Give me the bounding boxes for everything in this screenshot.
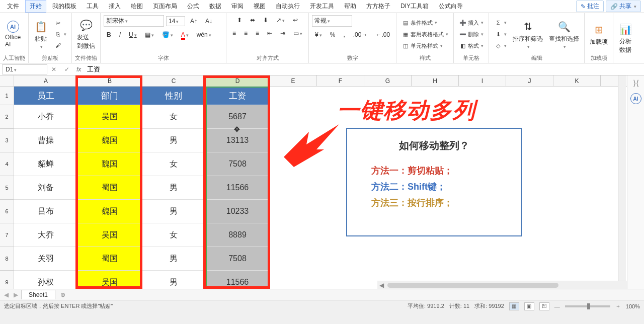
pinyin-button[interactable]: wén [194, 30, 214, 40]
menu-view[interactable]: 视图 [250, 1, 270, 12]
menu-home[interactable]: 开始 [25, 0, 46, 13]
cell-a4[interactable]: 貂蝉 [14, 152, 78, 176]
cell-c9[interactable]: 男 [142, 271, 206, 289]
analyze-data-button[interactable]: 📊 分析 数据 [616, 21, 634, 55]
formula-input[interactable] [84, 64, 644, 74]
collapse-icon[interactable]: ⟩⟨ [633, 78, 639, 88]
cell-b4[interactable]: 魏国 [78, 152, 142, 176]
row-header-3[interactable]: 3 [0, 129, 14, 152]
row-header-6[interactable]: 6 [0, 200, 14, 223]
select-all-corner[interactable] [0, 75, 14, 87]
cell-a7[interactable]: 大乔 [14, 223, 78, 247]
cell-c2[interactable]: 女 [142, 105, 206, 129]
cell-d8[interactable]: 7508 [206, 247, 270, 271]
col-header-j[interactable]: J [506, 75, 553, 87]
paste-button[interactable]: 📋 粘贴 [32, 19, 50, 50]
autosum-button[interactable]: Σ [492, 18, 509, 28]
delete-cells-button[interactable]: ➖删除 [457, 29, 486, 39]
scroll-thumb[interactable] [387, 283, 558, 288]
col-header-f[interactable]: F [317, 75, 364, 87]
cell-c3[interactable]: 男 [142, 129, 206, 152]
view-layout-button[interactable]: ▣ [524, 302, 534, 310]
office-ai-button[interactable]: AI Office AI [3, 20, 23, 49]
col-header-c[interactable]: C [142, 75, 206, 87]
cell-d6[interactable]: 10233 [206, 200, 270, 223]
sort-filter-button[interactable]: ⇅ 排序和筛选 [511, 19, 545, 50]
cut-button[interactable]: ✂ [52, 18, 68, 28]
menu-data[interactable]: 数据 [205, 1, 225, 12]
name-box[interactable]: D1 [2, 64, 47, 74]
menu-formula-guide[interactable]: 公式向导 [435, 1, 467, 12]
orientation-button[interactable]: ↗ [273, 15, 288, 25]
menu-ffgz[interactable]: 方方格子 [362, 1, 394, 12]
indent-dec-button[interactable]: ⇤ [264, 28, 275, 38]
align-center-button[interactable]: ≡ [241, 28, 251, 38]
ai-side-icon[interactable]: AI [630, 93, 641, 104]
sheet-nav-prev[interactable]: ◀ [2, 291, 11, 298]
merge-button[interactable]: ▭ [290, 28, 305, 38]
cell-b2[interactable]: 吴国 [78, 105, 142, 129]
table-format-button[interactable]: ▦套用表格格式 [399, 29, 450, 39]
row-header-9[interactable]: 9 [0, 271, 14, 289]
col-header-d[interactable]: D [206, 75, 270, 87]
wrap-text-button[interactable]: ↩ [290, 15, 301, 25]
menu-layout[interactable]: 页面布局 [149, 1, 181, 12]
col-header-e[interactable]: E [270, 75, 317, 87]
cell-d3[interactable]: 13113 [206, 129, 270, 152]
annotate-button[interactable]: ✎批注 [576, 1, 604, 12]
cell-a2[interactable]: 小乔 [14, 105, 78, 129]
add-sheet-button[interactable]: ⊕ [56, 291, 69, 298]
share-button[interactable]: 🔗共享 [606, 1, 641, 12]
font-size-select[interactable]: 14 [166, 16, 185, 26]
cell-d1[interactable]: 工资 [206, 87, 270, 105]
row-header-7[interactable]: 7 [0, 223, 14, 247]
cell-b5[interactable]: 蜀国 [78, 176, 142, 200]
col-header-h[interactable]: H [412, 75, 459, 87]
bold-button[interactable]: B [104, 30, 114, 40]
cell-b9[interactable]: 吴国 [78, 271, 142, 289]
cell-b8[interactable]: 蜀国 [78, 247, 142, 271]
menu-draw[interactable]: 绘图 [127, 1, 147, 12]
view-normal-button[interactable]: ▦ [509, 302, 519, 310]
fill-button[interactable]: ⬇ [492, 29, 509, 39]
row-header-2[interactable]: 2 [0, 105, 14, 129]
col-header-k[interactable]: K [553, 75, 601, 87]
format-painter-button[interactable]: 🖌 [52, 40, 68, 50]
font-family-select[interactable]: 新宋体 [104, 15, 164, 27]
scroll-left-button[interactable]: ◀ [377, 282, 385, 289]
fill-color-button[interactable]: 🪣 [159, 30, 176, 40]
menu-templates[interactable]: 我的模板 [48, 1, 80, 12]
percent-button[interactable]: % [327, 30, 339, 40]
cancel-formula-button[interactable]: ✕ [47, 66, 60, 73]
cell-c7[interactable]: 女 [142, 223, 206, 247]
dec-inc-button[interactable]: .00→ [350, 30, 371, 40]
comma-button[interactable]: , [340, 30, 348, 40]
menu-formulas[interactable]: 公式 [183, 1, 203, 12]
col-header-a[interactable]: A [14, 75, 78, 87]
cell-a1[interactable]: 员工 [14, 87, 78, 105]
cell-c5[interactable]: 男 [142, 176, 206, 200]
row-header-4[interactable]: 4 [0, 152, 14, 176]
align-middle-button[interactable]: ⬌ [247, 15, 258, 25]
zoom-in-button[interactable]: ＋ [615, 302, 621, 310]
cell-d2[interactable]: 5687✥ [206, 105, 270, 129]
cell-b1[interactable]: 部门 [78, 87, 142, 105]
cell-d9[interactable]: 11566 [206, 271, 270, 289]
align-right-button[interactable]: ≡ [253, 28, 262, 38]
zoom-level[interactable]: 100% [626, 303, 640, 309]
menu-diy[interactable]: DIY工具箱 [396, 1, 433, 12]
col-header-g[interactable]: G [364, 75, 412, 87]
align-bottom-button[interactable]: ⬇ [260, 15, 271, 25]
decrease-font-button[interactable]: A↓ [202, 16, 215, 26]
cell-a6[interactable]: 吕布 [14, 200, 78, 223]
menu-auto[interactable]: 自动执行 [272, 1, 304, 12]
zoom-out-button[interactable]: — [554, 303, 560, 309]
format-cells-button[interactable]: ◧格式 [457, 41, 486, 51]
menu-insert[interactable]: 插入 [105, 1, 125, 12]
indent-inc-button[interactable]: ⇥ [277, 28, 288, 38]
col-header-b[interactable]: B [78, 75, 142, 87]
row-header-8[interactable]: 8 [0, 247, 14, 271]
view-break-button[interactable]: 凹 [539, 302, 549, 310]
border-button[interactable]: ▦ [142, 30, 157, 40]
cell-c4[interactable]: 女 [142, 152, 206, 176]
